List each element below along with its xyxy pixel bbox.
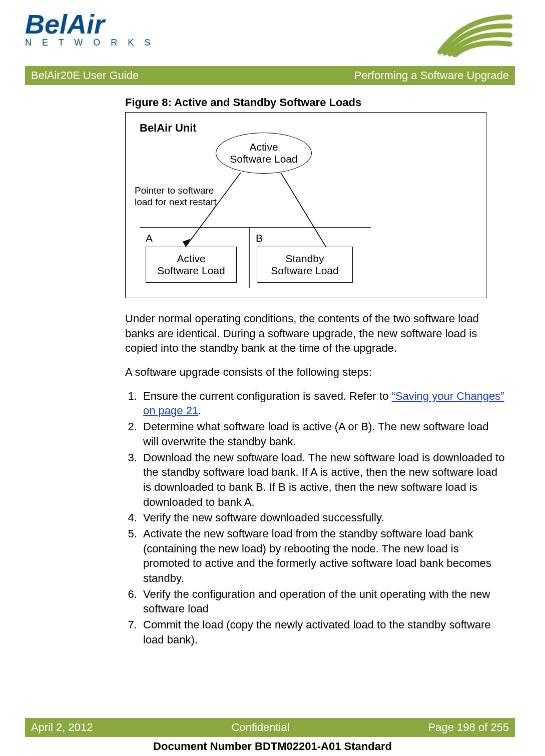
box-a-line2: Software Load [157,265,225,276]
box-b-line1: Standby [285,253,324,264]
figure-caption: Figure 8: Active and Standby Software Lo… [125,96,505,109]
brand-name: BelAir [25,12,154,37]
steps-list: Ensure the current configuration is save… [125,389,505,647]
header-bar: BelAir N E T W O R K S [25,12,515,57]
footer-date: April 2, 2012 [31,721,93,734]
box-b: Standby Software Load [257,247,353,283]
banner-left: BelAir20E User Guide [31,69,139,82]
step-2: Determine what software load is active (… [140,419,505,449]
label-a: A [146,232,153,244]
step-6: Verify the configuration and operation o… [140,587,505,616]
logo-left: BelAir N E T W O R K S [25,12,154,48]
svg-line-1 [186,173,241,247]
step-4: Verify the new software downloaded succe… [140,510,505,525]
label-b: B [256,232,263,244]
footer-confidential: Confidential [231,721,289,734]
title-banner: BelAir20E User Guide Performing a Softwa… [25,66,515,85]
step-1: Ensure the current configuration is save… [140,389,505,418]
banner-right: Performing a Software Upgrade [354,69,509,82]
content-area: Figure 8: Active and Standby Software Lo… [125,96,505,647]
box-a-line1: Active [177,253,205,264]
paragraph-2: A software upgrade consists of the follo… [125,365,505,380]
figure-box: BelAir Unit Active Software Load Pointer… [125,112,486,298]
step-3: Download the new software load. The new … [140,450,505,510]
box-b-line2: Software Load [271,265,338,276]
svg-line-3 [281,173,326,247]
wave-icon [435,12,515,57]
footer-page: Page 198 of 255 [428,721,509,734]
paragraph-1: Under normal operating conditions, the c… [125,311,505,356]
doc-number: Document Number BDTM02201-A01 Standard [0,740,545,753]
box-a: Active Software Load [146,247,237,283]
footer-banner: April 2, 2012 Confidential Page 198 of 2… [25,718,515,737]
brand-sub: N E T W O R K S [25,38,154,48]
step-5: Activate the new software load from the … [140,526,505,586]
step-7: Commit the load (copy the newly activate… [140,617,505,647]
